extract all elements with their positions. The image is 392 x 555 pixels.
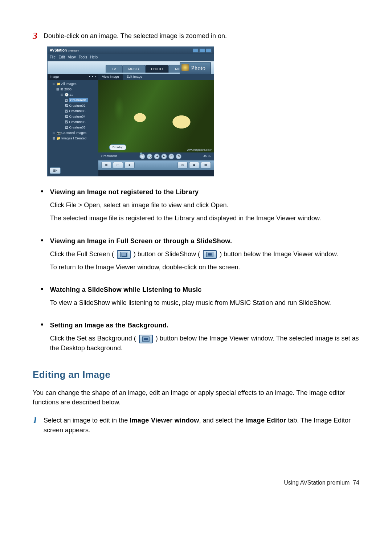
tree-item-1[interactable]: 🖼 Creature01 <box>49 98 97 103</box>
step-1-row: 1 Select an image to edit in the Image V… <box>33 413 359 434</box>
bullet-4-title: Setting an Image as the Background. <box>50 321 359 330</box>
bullet-1: • Viewing an Image not registered to the… <box>33 187 359 227</box>
prev-button[interactable]: ◄ <box>154 154 160 159</box>
image-watermark: www.imagebank.co.kr <box>187 148 212 152</box>
sidebar-panel-title: Image • • • <box>48 74 98 80</box>
tree-created[interactable]: ⊞ 📁 Images I Created <box>49 136 97 141</box>
status-filename: Creature01 <box>101 154 118 159</box>
bullet-dot-icon: • <box>33 236 50 244</box>
rotate-left-button[interactable]: ↺ <box>168 154 174 159</box>
step-1-bold1: Image Viewer window <box>130 417 199 424</box>
avstation-window: AVStation premium File Edit View Tools H… <box>47 46 214 177</box>
subtab-edit-image[interactable]: Edit Image <box>123 74 146 80</box>
menu-view[interactable]: View <box>68 55 76 59</box>
sidebar-bottom-button-row: ▦+ <box>49 167 97 175</box>
viewer-controls: 🔍+ 🔍- ◄ ► ↺ ↻ <box>139 154 181 159</box>
footer-label: Using AVStation premium <box>284 479 350 486</box>
step-1-bold2: Image Editor <box>245 417 286 424</box>
tab-tv[interactable]: TV <box>106 65 122 73</box>
menu-tools[interactable]: Tools <box>79 55 87 59</box>
section-intro-text: You can change the shape of an image, ed… <box>33 388 359 407</box>
bullet-3: • Watching a SlideShow while Listening t… <box>33 285 359 311</box>
panel-controls-icon[interactable]: • • • <box>89 74 96 79</box>
bottom-btn-r3[interactable]: ▦ <box>201 162 211 168</box>
bottom-btn-l2[interactable]: ▢ <box>113 162 123 168</box>
tree-month[interactable]: ⊟ 🕘 11 <box>49 92 97 98</box>
window-buttons <box>193 48 212 53</box>
step-1-a: Select an image to edit in the <box>44 417 130 424</box>
displayed-image <box>98 80 214 152</box>
tree-item-6[interactable]: 🖼 Creature06 <box>49 125 97 130</box>
status-zoom-percent: 45 % <box>203 154 211 159</box>
subtab-view-image[interactable]: View Image <box>98 74 123 80</box>
photo-badge-label: Photo <box>191 65 205 72</box>
bullet-1-body: Viewing an Image not registered to the L… <box>50 187 359 227</box>
page-footer: Using AVStation premium 74 <box>33 478 359 487</box>
bullet-2: • Viewing an Image in Full Screen or thr… <box>33 236 359 276</box>
bullet-3-title: Watching a SlideShow while Listening to … <box>50 285 359 294</box>
app-name: AVStation <box>50 48 67 52</box>
full-screen-button-icon <box>117 250 131 259</box>
bullet-2-p2: To return to the Image Viewer window, do… <box>50 262 359 272</box>
window-body: Image • • • ⊟ 📁 All Images ⊟ 🗓 2005 ⊟ 🕘 … <box>48 74 214 176</box>
zoom-out-button[interactable]: 🔍- <box>147 154 152 159</box>
footer-page-number: 74 <box>353 479 359 486</box>
tab-photo[interactable]: PHOTO <box>145 65 169 73</box>
tree-item-2[interactable]: 🖼 Creature02 <box>49 103 97 109</box>
tab-music[interactable]: MUSIC <box>122 65 145 73</box>
sidebar-title-text: Image <box>50 74 59 79</box>
menu-edit[interactable]: Edit <box>58 55 65 59</box>
rotate-right-button[interactable]: ↻ <box>176 154 181 159</box>
tree-item-3[interactable]: 🖼 Creature03 <box>49 109 97 114</box>
menubar: File Edit View Tools Help <box>48 54 214 61</box>
bottom-right-buttons: ▭ ▣ ▦ <box>177 162 211 168</box>
bullet-4-text-a: Click the Set as Background ( <box>50 335 136 342</box>
bottom-btn-r2[interactable]: ▣ <box>189 162 199 168</box>
zoom-in-button[interactable]: 🔍+ <box>139 154 145 159</box>
bottom-btn-l1[interactable]: ▦ <box>101 162 111 168</box>
bottom-btn-l3[interactable]: ■ <box>124 162 135 168</box>
menu-help[interactable]: Help <box>90 55 98 59</box>
screenshot-container: AVStation premium File Edit View Tools H… <box>47 46 359 177</box>
close-button[interactable] <box>206 48 212 53</box>
menu-file[interactable]: File <box>50 55 56 59</box>
bullet-1-p1: Click File > Open, select an image file … <box>50 200 359 210</box>
bullet-3-p1: To view a SlideShow while listening to m… <box>50 298 359 307</box>
bottom-toolbar: ▦ ▢ ■ ▭ ▣ ▦ <box>98 160 214 170</box>
sidebar: Image • • • ⊟ 📁 All Images ⊟ 🗓 2005 ⊟ 🕘 … <box>48 74 98 176</box>
sidebar-add-button[interactable]: ▦+ <box>50 167 61 174</box>
maximize-button[interactable] <box>199 48 205 53</box>
bullet-dot-icon: • <box>33 321 50 328</box>
photo-badge: Photo <box>180 62 211 75</box>
subtabs: View Image Edit Image <box>98 74 214 80</box>
tree-year[interactable]: ⊟ 🗓 2005 <box>49 87 97 92</box>
main-tabs: TV MUSIC PHOTO MOVIE <box>106 65 192 73</box>
tree-root[interactable]: ⊟ 📁 All Images <box>49 81 97 87</box>
bottom-btn-r1[interactable]: ▭ <box>177 162 188 168</box>
bottom-left-buttons: ▦ ▢ ■ <box>101 162 135 168</box>
bullet-4-body: Setting an Image as the Background. Clic… <box>50 321 359 356</box>
tree-captured[interactable]: ⊞ 📷 Captured Images <box>49 130 97 136</box>
tree-item-4[interactable]: 🖼 Creature04 <box>49 114 97 119</box>
image-viewport[interactable]: Desktop www.imagebank.co.kr <box>98 80 214 152</box>
bullet-dot-icon: • <box>33 285 50 292</box>
flower-icon <box>181 64 189 71</box>
bullet-4-rich: Click the Set as Background ( ) button b… <box>50 334 359 352</box>
status-bar: Creature01 🔍+ 🔍- ◄ ► ↺ ↻ 45 % <box>98 152 214 160</box>
minimize-button[interactable] <box>193 48 199 53</box>
set-background-button-icon <box>139 335 153 343</box>
step-1-mid: , and select the <box>199 417 245 424</box>
bullet-2-text-b: ) button or SlideShow ( <box>134 250 200 258</box>
bullet-1-title: Viewing an Image not registered to the L… <box>50 187 359 197</box>
bullet-dot-icon: • <box>33 187 50 195</box>
next-button[interactable]: ► <box>161 154 167 159</box>
step-1-text: Select an image to edit in the Image Vie… <box>44 413 359 434</box>
step-3-number: 3 <box>33 29 44 43</box>
main-panel: View Image Edit Image Desktop www.imageb… <box>98 74 214 176</box>
slideshow-button-icon <box>203 250 217 259</box>
step-3-text: Double-click on an image. The selected i… <box>44 29 359 41</box>
bullet-2-text-a: Click the Full Screen ( <box>50 250 114 258</box>
bullet-4: • Setting an Image as the Background. Cl… <box>33 321 359 356</box>
bullet-3-body: Watching a SlideShow while Listening to … <box>50 285 359 311</box>
tree-item-5[interactable]: 🖼 Creature05 <box>49 119 97 125</box>
